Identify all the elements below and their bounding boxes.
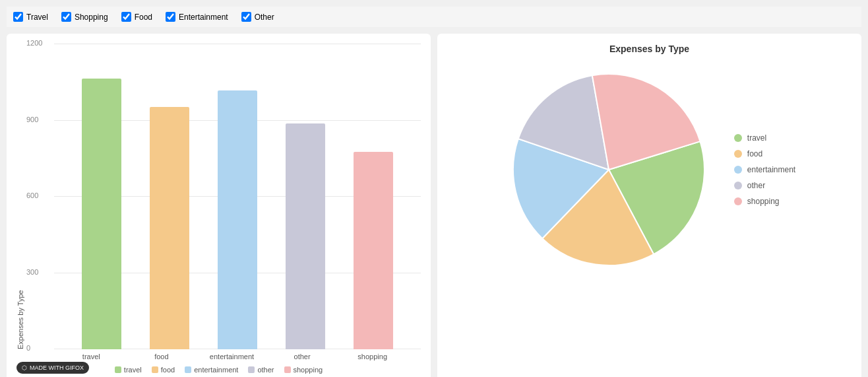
pie-legend-text-other: other: [747, 181, 765, 190]
grid-label: 1200: [26, 39, 42, 47]
filter-entertainment[interactable]: Entertainment: [166, 12, 228, 22]
bar-legend-dot-other: [248, 366, 255, 373]
bar-legend-dot-entertainment: [185, 366, 191, 373]
bar-legend-text-food: food: [161, 366, 175, 374]
bar-legend-dot-food: [152, 366, 158, 373]
filter-label-other: Other: [255, 13, 274, 22]
bar-wrapper-other: [272, 44, 340, 349]
bar-shopping: [354, 152, 393, 349]
filter-checkbox-food[interactable]: [121, 12, 131, 22]
pie-legend: travelfoodentertainmentothershopping: [734, 133, 795, 206]
pie-legend-dot-travel: [734, 134, 742, 142]
pie-chart-panel: Expenses by Type travelfoodentertainment…: [437, 34, 861, 377]
bar-legend-item-entertainment: entertainment: [185, 366, 238, 374]
x-label-shopping: shopping: [337, 353, 408, 360]
gifox-badge: ⬡ MADE WITH GIFOX: [16, 362, 89, 374]
pie-legend-text-entertainment: entertainment: [747, 165, 795, 174]
y-axis-label: Expenses by Type: [16, 44, 24, 349]
filter-label-travel: Travel: [26, 13, 48, 22]
pie-area: travelfoodentertainmentothershopping: [447, 64, 852, 275]
x-label-travel: travel: [56, 353, 127, 360]
filter-food[interactable]: Food: [121, 12, 152, 22]
pie-legend-dot-shopping: [734, 197, 742, 205]
pie-chart-title: Expenses by Type: [447, 44, 852, 54]
pie-legend-item-entertainment: entertainment: [734, 165, 795, 174]
x-label-other: other: [267, 353, 338, 360]
bar-food: [150, 107, 189, 349]
bar-legend-item-other: other: [248, 366, 274, 374]
charts-container: Expenses by Type 12009006003000 travelfo…: [7, 34, 861, 377]
filter-shopping[interactable]: Shopping: [61, 12, 108, 22]
grid-label: 300: [26, 268, 38, 276]
bar-chart-area: Expenses by Type 12009006003000 travelfo…: [16, 44, 421, 374]
bar-legend-dot-shopping: [284, 366, 291, 373]
pie-legend-dot-other: [734, 182, 742, 189]
bar-chart-inner: Expenses by Type 12009006003000: [16, 44, 421, 349]
grid-label: 600: [26, 191, 38, 199]
pie-svg: [503, 64, 714, 275]
bars-and-grid: 12009006003000: [28, 44, 421, 349]
pie-legend-text-shopping: shopping: [747, 197, 780, 206]
bar-legend-item-food: food: [152, 366, 175, 374]
pie-legend-item-food: food: [734, 149, 795, 158]
grid-label: 900: [26, 116, 38, 123]
bar-legend-text-entertainment: entertainment: [194, 366, 238, 374]
bar-chart-panel: Expenses by Type 12009006003000 travelfo…: [7, 34, 431, 377]
x-label-entertainment: entertainment: [197, 353, 267, 360]
bar-legend-text-other: other: [257, 366, 274, 374]
filter-checkbox-shopping[interactable]: [61, 12, 71, 22]
gifox-text: MADE WITH GIFOX: [30, 364, 84, 371]
x-label-food: food: [127, 353, 197, 360]
pie-legend-dot-food: [734, 150, 742, 158]
bar-travel: [82, 79, 121, 349]
bar-wrapper-food: [135, 44, 203, 349]
filter-bar: TravelShoppingFoodEntertainmentOther: [7, 7, 861, 27]
pie-legend-text-food: food: [747, 149, 762, 158]
bar-wrapper-travel: [67, 44, 135, 349]
grid-label: 0: [26, 344, 30, 352]
filter-checkbox-other[interactable]: [241, 12, 251, 22]
bar-other: [286, 123, 325, 349]
filter-travel[interactable]: Travel: [13, 12, 48, 22]
pie-legend-dot-entertainment: [734, 166, 742, 174]
filter-checkbox-entertainment[interactable]: [166, 12, 175, 22]
bar-legend-text-shopping: shopping: [294, 366, 323, 374]
bar-wrapper-entertainment: [203, 44, 271, 349]
bars-group: [54, 44, 421, 349]
filter-other[interactable]: Other: [241, 12, 274, 22]
bar-legend-item-travel: travel: [115, 366, 142, 374]
pie-legend-text-travel: travel: [747, 133, 766, 143]
bar-entertainment: [218, 90, 257, 349]
bar-legend-item-shopping: shopping: [284, 366, 323, 374]
filter-label-food: Food: [135, 13, 152, 22]
filter-label-entertainment: Entertainment: [179, 13, 228, 22]
bar-legend-dot-travel: [115, 366, 121, 373]
bar-legend-text-travel: travel: [124, 366, 142, 374]
pie-legend-item-travel: travel: [734, 133, 795, 143]
filter-label-shopping: Shopping: [75, 13, 108, 22]
pie-legend-item-shopping: shopping: [734, 197, 795, 206]
gifox-icon: ⬡: [22, 364, 27, 371]
x-axis-labels: travelfoodentertainmentothershopping: [16, 349, 421, 360]
filter-checkbox-travel[interactable]: [13, 12, 23, 22]
bar-wrapper-shopping: [340, 44, 408, 349]
pie-legend-item-other: other: [734, 181, 795, 190]
